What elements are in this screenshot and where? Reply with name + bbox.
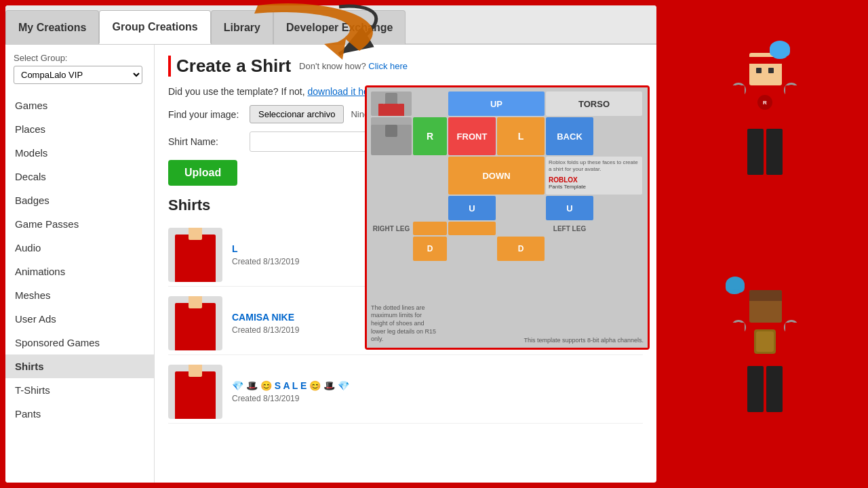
tab-group-creations[interactable]: Group Creations (99, 10, 210, 44)
sidebar-item-animations[interactable]: Animations (5, 260, 154, 283)
tab-developer-exchange[interactable]: Developer Exchange (273, 10, 406, 44)
sidebar-item-game-passes[interactable]: Game Passes (5, 212, 154, 236)
tab-library[interactable]: Library (211, 10, 273, 44)
item-thumbnail (168, 228, 222, 282)
click-here-link[interactable]: Click here (368, 61, 408, 71)
table-row: 💎 🎩 😊 S A L E 😊 🎩 💎 Created 8/13/2019 (168, 361, 643, 424)
page-title-row: Create a Shirt Don't know how? Click her… (168, 56, 643, 77)
item-created: Created 8/13/2019 (232, 325, 299, 335)
right-panel: R (658, 0, 868, 488)
item-name-link[interactable]: L (232, 243, 299, 254)
tab-my-creations[interactable]: My Creations (5, 10, 99, 44)
item-info: CAMISA NIKE Created 8/13/2019 (232, 312, 299, 335)
sidebar-item-sponsored-games[interactable]: Sponsored Games (5, 331, 154, 354)
sidebar-item-meshes[interactable]: Meshes (5, 283, 154, 307)
item-name-link[interactable]: CAMISA NIKE (232, 312, 299, 323)
item-thumbnail (168, 365, 222, 419)
sidebar-item-user-ads[interactable]: User Ads (5, 307, 154, 331)
sidebar-item-games[interactable]: Games (5, 94, 154, 117)
item-created: Created 8/13/2019 (232, 394, 349, 403)
item-info: 💎 🎩 😊 S A L E 😊 🎩 💎 Created 8/13/2019 (232, 380, 349, 403)
page-title: Create a Shirt (168, 56, 291, 77)
template-image: UP TORSO R FRONT L BACK (365, 85, 650, 350)
content-area: Select Group: CompaLalo VIP Games Places… (5, 45, 656, 483)
select-file-button[interactable]: Seleccionar archivo (250, 105, 344, 123)
sidebar-item-decals[interactable]: Decals (5, 165, 154, 188)
sidebar-item-models[interactable]: Models (5, 141, 154, 165)
upload-button[interactable]: Upload (168, 160, 237, 186)
sidebar: Select Group: CompaLalo VIP Games Places… (5, 45, 155, 483)
item-name-link[interactable]: 💎 🎩 😊 S A L E 😊 🎩 💎 (232, 380, 349, 391)
find-image-label: Find your image: (168, 109, 243, 120)
item-thumbnail (168, 296, 222, 350)
sidebar-item-pants[interactable]: Pants (5, 402, 154, 426)
main-panel: Create a Shirt Don't know how? Click her… (155, 45, 656, 483)
character-front: R (712, 47, 814, 203)
sidebar-item-audio[interactable]: Audio (5, 236, 154, 260)
sidebar-item-badges[interactable]: Badges (5, 188, 154, 212)
character-back (712, 285, 814, 441)
sidebar-item-shirts[interactable]: Shirts (5, 354, 154, 378)
top-nav: My Creations Group Creations Library Dev… (5, 5, 656, 45)
shirt-name-label: Shirt Name: (168, 136, 243, 147)
select-group-dropdown[interactable]: CompaLalo VIP (14, 66, 142, 84)
sidebar-item-places[interactable]: Places (5, 117, 154, 141)
item-info: L Created 8/13/2019 (232, 243, 299, 266)
item-created: Created 8/13/2019 (232, 257, 299, 266)
select-group-label: Select Group: (5, 53, 154, 66)
main-container: My Creations Group Creations Library Dev… (5, 5, 656, 483)
dont-know-text: Don't know how? Click here (299, 61, 408, 71)
sidebar-item-t-shirts[interactable]: T-Shirts (5, 378, 154, 402)
